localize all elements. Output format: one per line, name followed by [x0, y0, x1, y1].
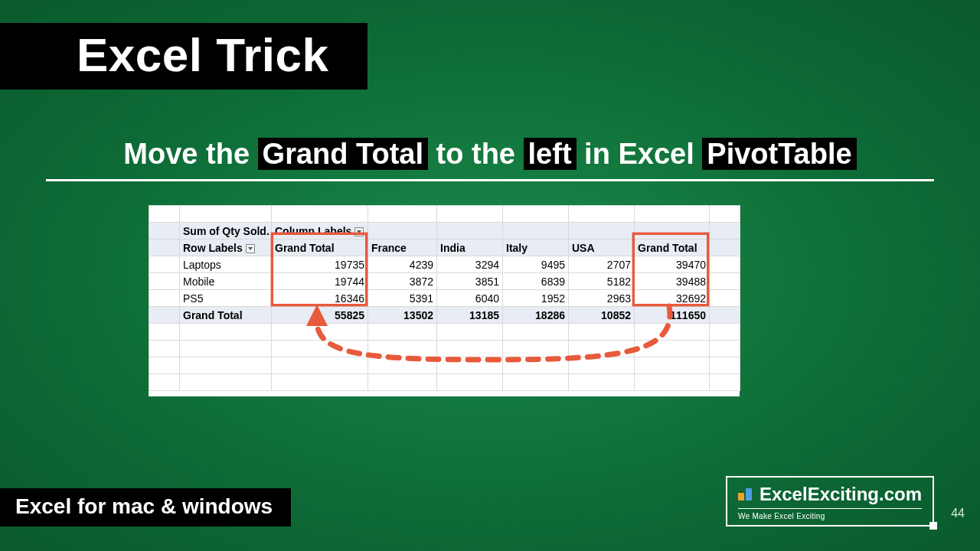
subtitle: Move the Grand Total to the left in Exce… — [0, 138, 980, 171]
col-header: USA — [569, 240, 635, 256]
row-name: Laptops — [180, 256, 272, 273]
col-header: India — [437, 240, 503, 256]
title-banner: Excel Trick — [0, 23, 368, 90]
bar-chart-icon — [738, 488, 752, 500]
subtitle-highlight: left — [524, 138, 577, 170]
row-name: PS5 — [180, 290, 272, 307]
sum-label: Sum of Qty Sold. — [180, 223, 272, 240]
subtitle-part: Move the — [123, 138, 257, 170]
dropdown-icon[interactable] — [246, 244, 255, 253]
col-header: France — [368, 240, 437, 256]
col-header: Grand Total — [635, 240, 710, 256]
column-labels-header[interactable]: Column Labels — [272, 223, 368, 240]
dropdown-icon[interactable] — [354, 227, 364, 236]
table-row: Mobile 19744 3872 3851 6839 5182 39488 — [149, 273, 740, 290]
brand-tagline: We Make Excel Exciting — [738, 512, 922, 520]
row-name: Grand Total — [180, 307, 272, 324]
subtitle-highlight: PivotTable — [702, 138, 856, 170]
table-row: PS5 16346 5391 6040 1952 2963 32692 — [149, 290, 740, 307]
brand-name: ExcelExciting.com — [760, 484, 922, 505]
table-row: Laptops 19735 4239 3294 9495 2707 39470 — [149, 256, 740, 273]
pivot-table-screenshot: Sum of Qty Sold. Column Labels Row Label… — [149, 205, 740, 396]
col-header: Italy — [503, 240, 569, 256]
subtitle-highlight: Grand Total — [258, 138, 428, 170]
subtitle-part: to the — [428, 138, 524, 170]
subtitle-part: in Excel — [577, 138, 703, 170]
corner-square-icon — [929, 522, 937, 530]
page-number: 44 — [951, 507, 965, 520]
divider — [46, 179, 934, 181]
grand-total-row: Grand Total 55825 13502 13185 18286 1085… — [149, 307, 740, 324]
row-name: Mobile — [180, 273, 272, 290]
pivot-table: Sum of Qty Sold. Column Labels Row Label… — [149, 205, 740, 391]
brand-logo: ExcelExciting.com We Make Excel Exciting — [726, 476, 934, 527]
footer-banner: Excel for mac & windows — [0, 488, 291, 527]
col-header: Grand Total — [272, 240, 368, 256]
row-labels-header[interactable]: Row Labels — [180, 240, 272, 256]
